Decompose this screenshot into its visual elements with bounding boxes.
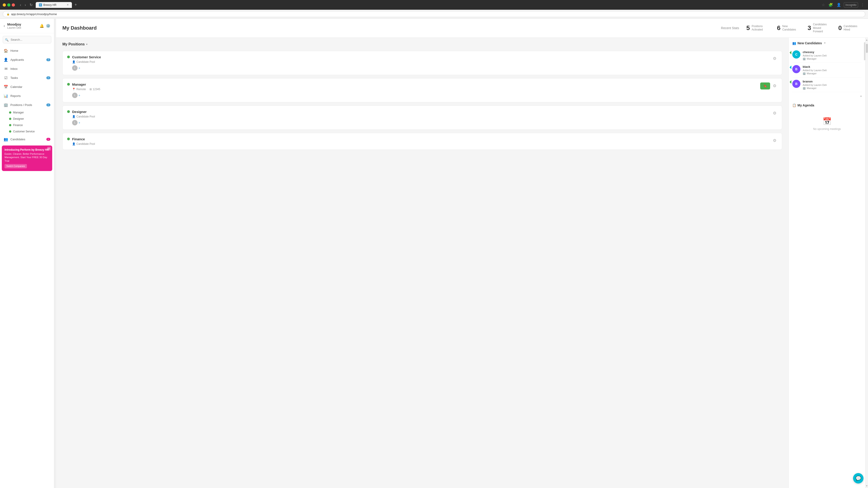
applicants-badge[interactable]: 🔖 <box>760 83 770 90</box>
position-settings-button[interactable]: ⚙ <box>772 110 777 117</box>
agenda-empty: 📅 No upcoming meetings <box>792 110 862 137</box>
avatar: L <box>72 120 78 125</box>
nav-buttons[interactable]: ‹ › ↻ <box>19 2 34 7</box>
candidate-item-black: B black Added by Lauren Deli 🏢 Manager <box>792 63 862 77</box>
sub-nav-item-designer[interactable]: Designer <box>0 116 54 122</box>
vertical-scrollbar[interactable]: ▲ ▼ <box>865 38 868 488</box>
resize-handle[interactable] <box>54 19 56 488</box>
scrollbar-thumb[interactable] <box>866 44 868 53</box>
chat-widget[interactable]: 💬 <box>853 473 864 484</box>
right-panel-scrollbar[interactable] <box>864 38 865 488</box>
avatar: L <box>72 65 78 71</box>
scroll-up-arrow[interactable]: ▲ <box>865 38 868 41</box>
position-card-customer-service: Customer Service 👤 Candidate Pool L + <box>62 51 782 75</box>
tasks-icon: ☑ <box>4 75 8 80</box>
position-avatars: L + <box>67 65 769 71</box>
reload-button[interactable]: ↻ <box>28 2 34 7</box>
position-meta: 👤 Candidate Pool <box>67 60 769 64</box>
bookmark-icon[interactable]: ☆ <box>821 2 826 8</box>
active-tab[interactable]: B Breezy HR ✕ <box>36 2 72 8</box>
search-input[interactable] <box>3 36 51 43</box>
stat-number: 5 <box>746 24 750 32</box>
sidebar-item-label: Home <box>10 49 51 53</box>
add-member-button[interactable]: + <box>79 94 80 97</box>
scrollbar-thumb <box>864 42 865 60</box>
add-member-button[interactable]: + <box>79 66 80 70</box>
search-box: 🔍 <box>3 36 51 43</box>
inbox-icon: ✉ <box>4 66 8 71</box>
position-main: Manager 📍 Remote ⊞ 12345 <box>67 83 757 98</box>
positions-icon: 🏢 <box>4 103 8 107</box>
expand-icon[interactable]: ▾ <box>860 95 862 98</box>
position-pool: 👤 Candidate Pool <box>72 115 95 118</box>
tab-close-icon[interactable]: ✕ <box>67 3 69 6</box>
sidebar-item-label: Reports <box>10 94 51 98</box>
candidate-name: chesssy <box>803 51 862 54</box>
close-button[interactable] <box>12 3 15 6</box>
window-controls[interactable] <box>3 3 15 6</box>
extensions-icon[interactable]: 🧩 <box>828 2 834 8</box>
candidate-item-chesssy: C chesssy Added by Lauren Deli 🏢 Manager <box>792 48 862 63</box>
menu-icon[interactable]: ⋮ <box>860 2 865 8</box>
sidebar-item-home[interactable]: 🏠 Home <box>0 46 54 55</box>
stat-positions-activated: 5 Positions Activated <box>746 24 770 32</box>
position-settings-button[interactable]: ⚙ <box>772 83 777 89</box>
promo-title: Introducing Perform by Breezy HR <box>4 148 50 151</box>
positions-dropdown-icon[interactable]: ▾ <box>86 43 88 46</box>
positions-section-title: My Positions <box>62 42 85 46</box>
add-member-button[interactable]: + <box>79 121 80 125</box>
agenda-title: 📋 My Agenda <box>792 103 862 107</box>
position-status-dot <box>67 83 70 86</box>
position-settings-button[interactable]: ⚙ <box>772 137 777 144</box>
tab-label: Breezy HR <box>43 3 57 6</box>
promo-banner: ✕ Introducing Perform by Breezy HR Easie… <box>2 145 52 171</box>
sidebar-item-inbox[interactable]: ✉ Inbox <box>0 64 54 73</box>
sub-nav-item-manager[interactable]: Manager <box>0 109 54 116</box>
address-bar[interactable]: 🔒 app.breezy.hr/app/c/moodjoy/home <box>3 11 865 17</box>
candidate-added-by: Added by Lauren Deli <box>803 84 862 86</box>
scroll-down-arrow[interactable]: ▼ <box>865 484 868 488</box>
candidate-info: chesssy Added by Lauren Deli 🏢 Manager <box>803 51 862 60</box>
position-title-row: Customer Service <box>67 55 769 59</box>
sidebar-item-candidates[interactable]: 👥 Candidates + <box>0 135 54 144</box>
positions-panel: My Positions ▾ Customer Service 👤 C <box>56 38 788 488</box>
switch-companies-button[interactable]: Switch Companies <box>4 164 27 168</box>
candidate-avatar[interactable]: B <box>792 80 800 88</box>
minimize-button[interactable] <box>3 3 6 6</box>
sub-nav-item-customer-service[interactable]: Customer Service <box>0 128 54 135</box>
sidebar-back-icon[interactable]: ‹ <box>4 24 5 28</box>
new-candidates-dropdown-icon[interactable]: ▾ <box>824 41 826 44</box>
bell-icon[interactable]: 🔔 <box>39 24 44 28</box>
sub-nav-item-finance[interactable]: Finance <box>0 122 54 128</box>
maximize-button[interactable] <box>7 3 10 6</box>
back-button[interactable]: ‹ <box>19 2 22 7</box>
candidate-avatar[interactable]: C <box>792 51 800 59</box>
position-actions: 🔖 ⚙ <box>760 83 777 90</box>
status-dot-finance <box>9 124 11 126</box>
candidates-group-icon: 👥 <box>792 41 796 45</box>
stat-desc: Candidates Hired <box>844 25 862 32</box>
pool-icon: 👤 <box>72 60 75 64</box>
sidebar-item-positions-pools[interactable]: 🏢 Positions / Pools + <box>0 100 54 109</box>
candidate-list: 👥 New Candidates ▾ C chesssy Added by La… <box>792 41 862 98</box>
position-pool: 👤 Candidate Pool <box>72 142 95 145</box>
candidate-avatar[interactable]: B <box>792 65 800 73</box>
profile-icon[interactable]: 👤 <box>836 2 842 8</box>
sidebar-item-applicants[interactable]: 👤 Applicants 7 <box>0 55 54 64</box>
promo-close-button[interactable]: ✕ <box>47 147 51 151</box>
stat-number: 6 <box>777 24 780 32</box>
position-actions: ⚙ <box>772 55 777 62</box>
forward-button[interactable]: › <box>23 2 27 7</box>
sidebar-item-tasks[interactable]: ☑ Tasks + <box>0 73 54 82</box>
status-dot-designer <box>9 118 11 120</box>
company-name: Moodjoy <box>7 22 37 26</box>
sidebar-item-reports[interactable]: 📊 Reports <box>0 91 54 100</box>
sidebar-item-calendar[interactable]: 📅 Calendar <box>0 82 54 91</box>
building-icon: 🏢 <box>803 87 806 90</box>
new-tab-button[interactable]: + <box>73 2 79 8</box>
lock-icon: 🔒 <box>6 13 10 15</box>
position-settings-button[interactable]: ⚙ <box>772 55 777 62</box>
settings-icon[interactable]: ⚙️ <box>46 24 51 28</box>
url-text[interactable]: app.breezy.hr/app/c/moodjoy/home <box>11 12 862 16</box>
browser-chrome: ‹ › ↻ B Breezy HR ✕ + ☆ 🧩 👤 Incognito ⋮ <box>0 0 868 10</box>
